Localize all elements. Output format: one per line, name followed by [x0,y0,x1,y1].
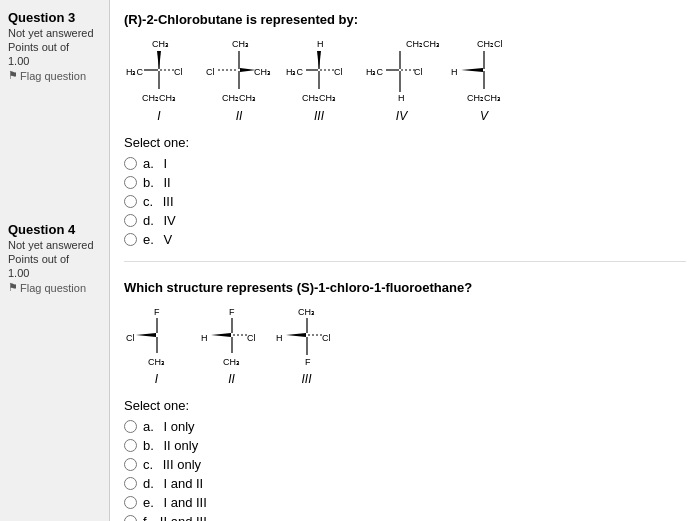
svg-text:Cl: Cl [334,67,343,77]
q3-sidebar-points-label: Points out of [8,41,101,53]
svg-text:CH₂Cl: CH₂Cl [477,39,503,49]
svg-text:Cl: Cl [414,67,423,77]
q3-option-e-value: V [163,232,172,247]
q3-flag-question[interactable]: ⚑ Flag question [8,69,101,82]
q3-struct-V-label: V [480,109,488,123]
svg-text:Cl: Cl [174,67,183,77]
svg-text:H₃C: H₃C [366,67,383,77]
svg-marker-59 [286,333,306,337]
q4-option-b-value: II only [163,438,198,453]
svg-text:CH₂CH₃: CH₂CH₃ [222,93,256,103]
svg-text:CH₃: CH₃ [152,39,169,49]
q4-option-d[interactable]: d. I and II [124,476,686,491]
svg-text:Cl: Cl [126,333,135,343]
svg-text:H₃C: H₃C [126,67,143,77]
q4-option-e[interactable]: e. I and III [124,495,686,510]
svg-marker-8 [157,51,161,69]
svg-text:Cl: Cl [322,333,331,343]
svg-marker-44 [136,333,156,337]
q3-option-b-label: b. [143,175,157,190]
q3-option-e[interactable]: e. V [124,232,686,247]
q4-option-d-value: I and II [163,476,203,491]
q3-radio-e[interactable] [124,233,137,246]
q4-struct-I-svg: F Cl CH₃ [124,305,189,370]
svg-text:CH₃: CH₃ [298,307,315,317]
q4-structure-II: F H Cl CH₃ II [199,305,264,386]
q4-option-f-value: II and III [160,514,207,521]
q3-section: (R)-2-Chlorobutane is represented by: CH… [124,12,686,262]
q4-radio-f[interactable] [124,515,137,521]
q3-structure-II: CH₃ Cl CH₃ CH₂CH₃ II [204,37,274,123]
q4-structure-I: F Cl CH₃ I [124,305,189,386]
q3-option-b-value: II [163,175,170,190]
right-panel: (R)-2-Chlorobutane is represented by: CH… [110,0,700,521]
q3-select-one: Select one: [124,135,686,150]
q3-radio-b[interactable] [124,176,137,189]
q3-structure-V: CH₂Cl H CH₂CH₃ V [449,37,519,123]
q4-flag-icon: ⚑ [8,281,18,294]
svg-text:H: H [276,333,283,343]
svg-text:H: H [201,333,208,343]
q3-radio-a[interactable] [124,157,137,170]
q3-option-c-value: III [163,194,174,209]
q3-sidebar-block: Question 3 Not yet answered Points out o… [8,10,101,82]
svg-text:Cl: Cl [247,333,256,343]
q3-struct-I-label: I [157,109,160,123]
q4-option-a[interactable]: a. I only [124,419,686,434]
svg-marker-25 [317,51,321,69]
q4-option-e-value: I and III [163,495,206,510]
svg-text:CH₂CH₃: CH₂CH₃ [406,39,439,49]
q3-flag-icon: ⚑ [8,69,18,82]
q4-struct-II-label: II [228,372,235,386]
q3-structures-row: CH₃ H₃C Cl CH₂CH₃ [124,37,686,123]
q3-struct-II-label: II [236,109,243,123]
q4-radio-b[interactable] [124,439,137,452]
svg-text:CH₂CH₃: CH₂CH₃ [302,93,336,103]
q4-struct-II-svg: F H Cl CH₃ [199,305,264,370]
q3-structure-III: H H₃C Cl CH₂CH₃ [284,37,354,123]
svg-text:H₃C: H₃C [286,67,303,77]
q3-option-b[interactable]: b. II [124,175,686,190]
svg-text:F: F [154,307,160,317]
q4-section: Which structure represents (S)-1-chloro-… [124,280,686,521]
q3-option-a[interactable]: a. I [124,156,686,171]
q4-flag-label: Flag question [20,282,86,294]
q3-option-a-value: I [163,156,167,171]
q4-radio-d[interactable] [124,477,137,490]
svg-text:H: H [451,67,458,77]
q4-radio-a[interactable] [124,420,137,433]
q4-sidebar-block: Question 4 Not yet answered Points out o… [8,222,101,294]
q4-question-text: Which structure represents (S)-1-chloro-… [124,280,686,295]
q3-struct-III-label: III [314,109,324,123]
q3-option-c[interactable]: c. III [124,194,686,209]
svg-text:CH₃: CH₃ [223,357,240,367]
q4-radio-e[interactable] [124,496,137,509]
svg-text:H: H [398,93,405,103]
svg-marker-51 [211,333,231,337]
q4-select-one: Select one: [124,398,686,413]
q4-radio-c[interactable] [124,458,137,471]
q4-option-b[interactable]: b. II only [124,438,686,453]
q3-radio-c[interactable] [124,195,137,208]
svg-text:H: H [317,39,324,49]
q4-option-f[interactable]: f. II and III [124,514,686,521]
q4-option-d-label: d. [143,476,157,491]
q3-sidebar-status: Not yet answered [8,27,101,39]
q3-option-d[interactable]: d. IV [124,213,686,228]
q4-sidebar-status: Not yet answered [8,239,101,251]
svg-text:F: F [305,357,311,367]
q3-option-a-label: a. [143,156,157,171]
q3-radio-d[interactable] [124,214,137,227]
q3-struct-IV-svg: CH₂CH₃ H₃C Cl H [364,37,439,107]
q4-flag-question[interactable]: ⚑ Flag question [8,281,101,294]
q4-sidebar-points-label: Points out of [8,253,101,265]
q4-option-c[interactable]: c. III only [124,457,686,472]
q4-option-c-value: III only [163,457,201,472]
svg-text:CH₃: CH₃ [148,357,165,367]
q4-structure-III: CH₃ H Cl F III [274,305,339,386]
q4-option-a-label: a. [143,419,157,434]
q4-struct-III-svg: CH₃ H Cl F [274,305,339,370]
q4-struct-I-label: I [155,372,158,386]
svg-text:CH₂CH₃: CH₂CH₃ [142,93,176,103]
q4-sidebar-points-value: 1.00 [8,267,101,279]
